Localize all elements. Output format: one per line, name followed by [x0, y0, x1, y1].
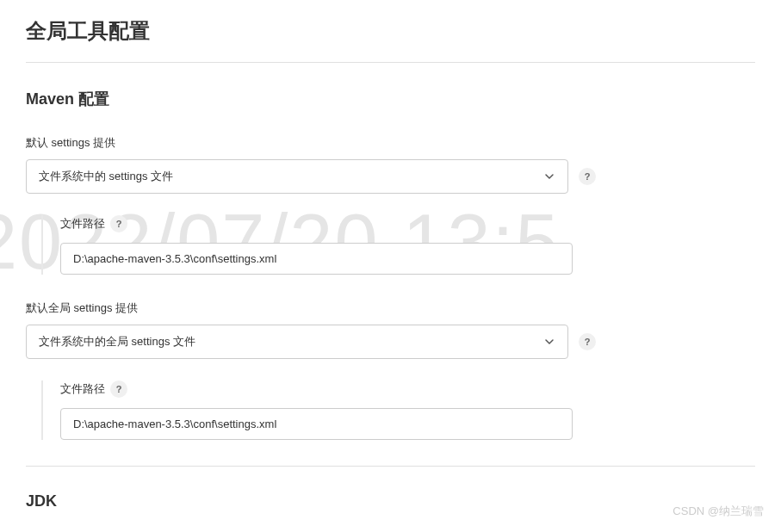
global-filepath-label-row: 文件路径 ?	[60, 380, 755, 398]
help-icon[interactable]: ?	[110, 380, 127, 398]
help-icon[interactable]: ?	[579, 168, 596, 185]
help-icon[interactable]: ?	[579, 333, 596, 350]
default-global-settings-label: 默认全局 settings 提供	[26, 300, 755, 316]
default-settings-filepath-input[interactable]	[60, 243, 573, 275]
divider	[26, 62, 755, 63]
default-global-settings-row: 文件系统中的全局 settings 文件 ?	[26, 325, 755, 359]
config-container: 全局工具配置 Maven 配置 默认 settings 提供 文件系统中的 se…	[0, 0, 781, 528]
page-title: 全局工具配置	[26, 17, 755, 45]
maven-section-title: Maven 配置	[26, 89, 755, 109]
default-global-filepath-group: 文件路径 ?	[41, 380, 755, 440]
default-settings-filepath-group: 文件路径 ?	[41, 215, 755, 275]
divider	[26, 466, 755, 467]
default-settings-group: 默认 settings 提供 文件系统中的 settings 文件 ? 文件路径…	[26, 135, 755, 275]
filepath-label: 文件路径	[60, 216, 105, 232]
default-settings-select[interactable]: 文件系统中的 settings 文件	[26, 159, 568, 194]
default-global-settings-select-value: 文件系统中的全局 settings 文件	[39, 334, 195, 350]
default-global-filepath-input[interactable]	[60, 408, 573, 440]
default-global-settings-select[interactable]: 文件系统中的全局 settings 文件	[26, 325, 568, 359]
default-settings-select-value: 文件系统中的 settings 文件	[39, 169, 173, 184]
chevron-down-icon	[543, 170, 555, 182]
jdk-section-title: JDK	[26, 492, 755, 510]
default-settings-label: 默认 settings 提供	[26, 135, 755, 151]
default-settings-row: 文件系统中的 settings 文件 ?	[26, 159, 755, 194]
chevron-down-icon	[543, 336, 555, 348]
default-global-settings-group: 默认全局 settings 提供 文件系统中的全局 settings 文件 ? …	[26, 300, 755, 440]
filepath-label-row: 文件路径 ?	[60, 215, 755, 232]
global-filepath-label: 文件路径	[60, 381, 105, 397]
help-icon[interactable]: ?	[110, 215, 127, 232]
